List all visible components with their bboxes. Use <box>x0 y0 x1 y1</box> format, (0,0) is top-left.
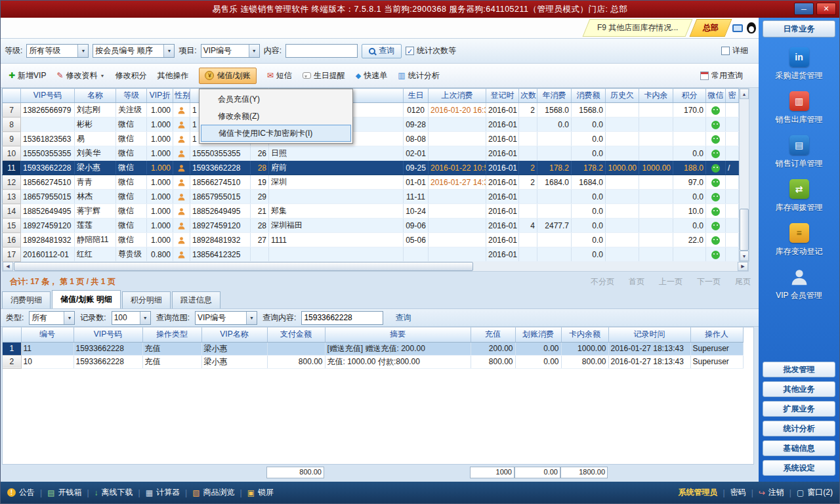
lock-screen-button[interactable]: ▣ 锁屏 <box>247 487 274 498</box>
content-input[interactable] <box>285 44 358 58</box>
sms-button[interactable]: ✉ 短信 <box>267 70 292 81</box>
detail-row[interactable]: 1 11 15933662228 充值 梁小惠 [赠送充值] 赠送充值: 200… <box>3 342 743 355</box>
scroll-down-icon[interactable]: ▼ <box>740 251 749 261</box>
sort-order-select[interactable]: 按会员编号 顺序 ▼ <box>93 44 175 58</box>
column-header[interactable]: 次数 <box>519 89 537 103</box>
no-paging-link[interactable]: 不分页 <box>591 276 614 287</box>
menu-item[interactable]: 修改余额(Z) <box>201 108 351 125</box>
member-row[interactable]: 10 15550355355 刘美华 微信 1.000 15550355355 … <box>3 146 739 161</box>
column-header[interactable]: 卡内余 <box>639 89 673 103</box>
qq-icon[interactable] <box>747 22 756 33</box>
member-row[interactable]: 14 18852649495 蒋宇辉 微信 1.000 18852649495 … <box>3 204 739 219</box>
menu-item[interactable]: 会员充值(Y) <box>201 91 351 108</box>
menu-item[interactable]: 储值卡使用IC卡加密刷卡(I) <box>201 125 351 142</box>
close-button[interactable]: ✕ <box>816 3 836 15</box>
column-header[interactable]: VIP名称 <box>201 327 267 342</box>
goods-browse-button[interactable]: ▧ 商品浏览 <box>192 487 234 498</box>
last-page-link[interactable]: 尾页 <box>735 276 751 287</box>
vertical-scrollbar[interactable]: ▲ ▼ <box>739 88 749 262</box>
common-query-button[interactable]: 常用查询 <box>700 70 743 81</box>
column-header[interactable]: VIP号码 <box>74 327 142 342</box>
offline-download-button[interactable]: ↓ 离线下载 <box>94 487 133 498</box>
member-row[interactable]: 17 20160112-01 红红 尊贵级 0.800 13856412325 … <box>3 247 739 262</box>
column-header[interactable]: 充值 <box>471 327 515 342</box>
sidebar-button[interactable]: 基础信息 <box>763 440 835 456</box>
password-button[interactable]: 密码 <box>730 487 746 498</box>
query-range-select[interactable]: VIP编号 ▼ <box>195 311 257 325</box>
sidebar-button[interactable]: 其他业务 <box>763 381 835 397</box>
column-header[interactable]: 摘要 <box>325 327 471 342</box>
detail-tab[interactable]: 跟进信息 <box>172 291 220 308</box>
sidebar-button[interactable]: 统计分析 <box>763 421 835 436</box>
logout-button[interactable]: ↪ 注销 <box>759 487 784 498</box>
add-vip-button[interactable]: ✚ 新增VIP <box>9 70 46 81</box>
column-header[interactable]: 编号 <box>21 327 74 342</box>
sidebar-button[interactable]: 扩展业务 <box>763 401 835 417</box>
recharge-button[interactable]: ¥ 储值/划账 <box>199 68 256 84</box>
window-switch-button[interactable]: ▢ 窗口(2) <box>797 487 833 498</box>
item-select[interactable]: VIP编号 ▼ <box>201 44 260 58</box>
query-content-input[interactable] <box>301 311 383 325</box>
column-header[interactable]: 操作人 <box>690 327 743 342</box>
member-row[interactable]: 11 15933662228 梁小惠 微信 1.000 15933662228 … <box>3 161 739 175</box>
column-header[interactable]: 年消费 <box>537 89 572 103</box>
column-header[interactable]: 操作类型 <box>142 327 201 342</box>
column-header[interactable]: 等级 <box>116 89 147 103</box>
sidebar-item-stock-change[interactable]: ≡ 库存变动登记 <box>763 219 835 262</box>
search-button[interactable]: 查询 <box>362 44 402 58</box>
member-row[interactable]: 7 13826566979 刘志刚 关注级 1.000 1 0120 2016-… <box>3 103 739 117</box>
column-header[interactable]: 消费额 <box>572 89 606 103</box>
type-select[interactable]: 所有 ▼ <box>29 311 75 325</box>
vertical-scrollbar-thumb[interactable] <box>740 209 749 251</box>
detail-tab[interactable]: 储值/划账 明细 <box>52 290 121 308</box>
sidebar-item-sales-outbound[interactable]: ▥ 销售出库管理 <box>763 87 835 131</box>
prev-page-link[interactable]: 上一页 <box>659 276 682 287</box>
quick-order-button[interactable]: ◆ 快速单 <box>356 70 387 81</box>
column-header[interactable]: 卡内余额 <box>561 327 608 342</box>
first-page-link[interactable]: 首页 <box>629 276 644 287</box>
record-count-select[interactable]: 100 ▼ <box>112 311 151 325</box>
detail-row[interactable]: 2 10 15933662228 充值 梁小惠 800.00 充值: 1000.… <box>3 355 743 368</box>
edit-points-button[interactable]: 修改积分 <box>115 70 146 81</box>
minimize-button[interactable]: ─ <box>794 3 814 15</box>
other-operations-button[interactable]: 其他操作 <box>157 70 188 81</box>
stats-checkbox[interactable]: ✓ 统计次数等 <box>406 45 456 56</box>
cash-drawer-button[interactable]: ▤ 开钱箱 <box>47 487 81 498</box>
column-header[interactable]: 密 <box>726 89 739 103</box>
detail-tab[interactable]: 积分明细 <box>122 291 171 308</box>
stats-analysis-button[interactable]: ▥ 统计分析 <box>398 70 439 81</box>
sidebar-item-stock-transfer[interactable]: ⇄ 库存调拨管理 <box>763 175 835 219</box>
monitor-icon[interactable] <box>732 24 743 32</box>
column-header[interactable]: 支付金额 <box>267 327 325 342</box>
column-header[interactable]: 微信 <box>706 89 726 103</box>
column-header[interactable]: 登记时 <box>486 89 519 103</box>
column-header[interactable]: 记录时间 <box>608 327 690 342</box>
member-row[interactable]: 13 18657955015 林杰 微信 1.000 18657955015 2… <box>3 190 739 204</box>
member-row[interactable]: 9 15361823563 易 微信 1.000 1 08-08 2016-01 <box>3 132 739 146</box>
detail-tab[interactable]: 消费明细 <box>2 291 51 308</box>
scroll-up-icon[interactable]: ▲ <box>740 89 749 99</box>
column-header[interactable]: VIP折 <box>147 89 173 103</box>
sidebar-button[interactable]: 系统设定 <box>763 460 835 476</box>
member-row[interactable]: 8 彬彬 微信 1.000 1 09-28 2016-01 0.0 <box>3 117 739 132</box>
column-header[interactable]: 历史欠 <box>606 89 639 103</box>
sidebar-item-vip-member[interactable]: VIP 会员管理 <box>763 262 835 306</box>
column-header[interactable]: 性别 <box>173 89 190 103</box>
sidebar-button[interactable]: 批发管理 <box>763 362 835 377</box>
sidebar-item-purchase[interactable]: in 采购进货管理 <box>763 43 835 87</box>
column-header[interactable]: 积分 <box>673 89 706 103</box>
detail-search-button[interactable]: 查询 <box>388 312 417 324</box>
store-tab-headquarters[interactable]: 总部 <box>690 19 732 37</box>
scroll-left-icon[interactable]: ◀ <box>3 262 13 271</box>
column-header[interactable]: 生日 <box>404 89 429 103</box>
column-header[interactable]: 划账消费 <box>515 327 561 342</box>
level-select[interactable]: 所有等级 ▼ <box>26 44 89 58</box>
edit-info-button[interactable]: ✎ 修改资料 ▼ <box>56 70 104 81</box>
birthday-reminder-button[interactable]: 生日提醒 <box>303 70 345 81</box>
sidebar-header-daily-business[interactable]: 日常业务 <box>763 20 835 37</box>
next-page-link[interactable]: 下一页 <box>697 276 721 287</box>
column-header[interactable]: VIP号码 <box>21 89 75 103</box>
scroll-right-icon[interactable]: ▶ <box>738 262 748 271</box>
f9-other-store-stock-tab[interactable]: F9 其他店面库存情况... <box>582 19 692 37</box>
horizontal-scrollbar[interactable]: ◀ ▶ <box>2 261 749 272</box>
